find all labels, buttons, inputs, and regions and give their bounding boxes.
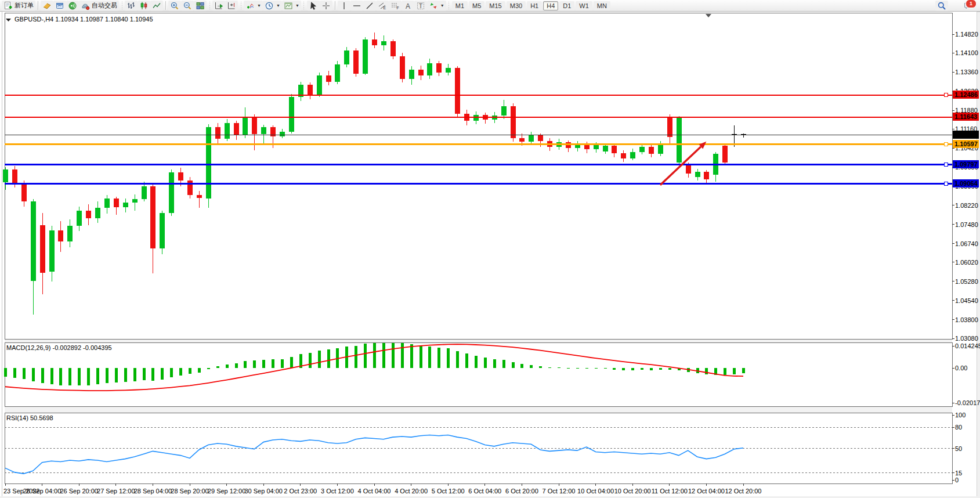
autotrading-icon: [81, 1, 90, 10]
fibonacci-button[interactable]: F: [389, 1, 402, 11]
toolbar-grip: [121, 2, 123, 10]
svg-text:4 Oct 20:00: 4 Oct 20:00: [395, 488, 428, 495]
autotrading-label: 自动交易: [92, 1, 117, 10]
timeframe-D1[interactable]: D1: [559, 1, 574, 10]
tile-windows-icon: [196, 1, 205, 10]
arrows-button[interactable]: ▼: [427, 1, 446, 11]
notification-badge: 1: [965, 0, 977, 8]
svg-text:1.03800: 1.03800: [955, 316, 978, 323]
indicators-button[interactable]: ▼: [244, 1, 263, 11]
periods-clock-icon: [265, 1, 274, 10]
svg-text:1.13360: 1.13360: [955, 68, 978, 75]
zoom-out-button[interactable]: [181, 1, 194, 11]
svg-text:28 Sep 04:00: 28 Sep 04:00: [134, 488, 172, 495]
dropdown-caret: ▼: [276, 3, 280, 8]
text-label-button[interactable]: T: [414, 1, 427, 11]
charts-button[interactable]: [41, 1, 53, 11]
svg-text:0: 0: [955, 477, 959, 483]
svg-text:T: T: [419, 2, 423, 9]
timeframe-H1[interactable]: H1: [527, 1, 542, 10]
templates-icon: [284, 1, 293, 10]
profile-icon: [55, 1, 64, 10]
candlestick-chart-icon: [139, 1, 149, 10]
trendline-icon: [365, 1, 374, 10]
candlestick-chart-button[interactable]: [138, 1, 150, 11]
timeframe-MN[interactable]: MN: [594, 1, 610, 10]
toolbar-grip: [303, 2, 305, 10]
equidistant-channel-button[interactable]: E: [376, 1, 389, 11]
horizontal-line-button[interactable]: [350, 1, 363, 11]
line-chart-button[interactable]: [150, 1, 163, 11]
toolbar-grip: [208, 2, 211, 10]
svg-text:0.014245: 0.014245: [955, 342, 980, 349]
svg-text:27 Sep 12:00: 27 Sep 12:00: [97, 488, 135, 495]
new-order-label: 新订单: [15, 1, 34, 10]
new-order-button[interactable]: 新订单: [2, 1, 35, 11]
chart-title: GBPUSD-,H4 1.10934 1.10987 1.10840 1.109…: [6, 16, 153, 23]
timeframe-M1[interactable]: M1: [452, 1, 468, 10]
horizontal-line-icon: [352, 1, 361, 10]
notifications-button[interactable]: 1: [963, 1, 972, 10]
svg-text:1.11643: 1.11643: [954, 113, 977, 120]
auto-scroll-icon: [214, 1, 223, 10]
svg-text:1.06740: 1.06740: [955, 240, 978, 247]
chart-shift-button[interactable]: [225, 1, 238, 11]
svg-text:1.08220: 1.08220: [955, 202, 978, 209]
arrows-icon: [429, 1, 438, 10]
timeframe-M5[interactable]: M5: [469, 1, 484, 10]
signals-icon: [68, 1, 77, 10]
svg-text:1.10597: 1.10597: [954, 140, 978, 147]
timeframe-W1[interactable]: W1: [576, 1, 592, 10]
svg-text:1.12486: 1.12486: [954, 91, 978, 98]
svg-text:2 Oct 23:00: 2 Oct 23:00: [284, 488, 317, 495]
charts-icon: [42, 1, 52, 10]
svg-text:26 Sep 20:00: 26 Sep 20:00: [60, 488, 97, 495]
svg-text:30 Sep 04:00: 30 Sep 04:00: [244, 488, 282, 495]
text-button[interactable]: A: [402, 1, 414, 11]
search-button[interactable]: [935, 1, 948, 11]
toolbar-grip: [448, 2, 450, 10]
svg-text:1.06020: 1.06020: [955, 259, 978, 266]
svg-text:5 Oct 12:00: 5 Oct 12:00: [432, 488, 465, 495]
dropdown-caret: ▼: [295, 3, 299, 8]
templates-button[interactable]: ▼: [282, 1, 301, 11]
timeframe-M15[interactable]: M15: [486, 1, 505, 10]
trendline-button[interactable]: [363, 1, 376, 11]
zoom-in-icon: [170, 1, 179, 10]
svg-text:1.03080: 1.03080: [955, 335, 978, 342]
rsi-label: RSI(14) 50.5698: [6, 414, 53, 421]
svg-text:6 Oct 04:00: 6 Oct 04:00: [468, 488, 501, 495]
text-label-icon: T: [416, 1, 425, 10]
svg-text:A: A: [406, 2, 410, 10]
chart-canvas[interactable]: 1.148201.141001.133601.126201.118801.111…: [0, 12, 980, 498]
cursor-icon: [309, 1, 318, 10]
timeframe-H4[interactable]: H4: [543, 1, 558, 10]
zoom-in-button[interactable]: [168, 1, 181, 11]
periods-button[interactable]: ▼: [263, 1, 282, 11]
svg-text:10 Oct 04:00: 10 Oct 04:00: [577, 488, 614, 495]
svg-text:80: 80: [955, 424, 962, 431]
fibonacci-icon: F: [390, 1, 400, 10]
svg-text:100: 100: [955, 412, 965, 418]
crosshair-button[interactable]: [320, 1, 332, 11]
cursor-button[interactable]: [307, 1, 320, 11]
profile-button[interactable]: [53, 1, 66, 11]
dropdown-caret: ▼: [257, 3, 261, 8]
timeframe-M30[interactable]: M30: [507, 1, 526, 10]
vertical-line-icon: [339, 1, 349, 10]
svg-text:-0.020171: -0.020171: [955, 399, 980, 406]
autotrading-button[interactable]: 自动交易: [79, 1, 119, 11]
svg-text:15: 15: [955, 470, 962, 477]
svg-text:10 Oct 20:00: 10 Oct 20:00: [614, 488, 651, 495]
svg-text:1.09797: 1.09797: [954, 161, 978, 168]
tile-windows-button[interactable]: [194, 1, 207, 11]
zoom-out-icon: [183, 1, 192, 10]
bar-chart-button[interactable]: [125, 1, 138, 11]
signals-button[interactable]: [66, 1, 79, 11]
svg-text:1.04540: 1.04540: [955, 297, 978, 304]
chart-title-text: GBPUSD-,H4 1.10934 1.10987 1.10840 1.109…: [15, 16, 153, 23]
vertical-line-button[interactable]: [338, 1, 350, 11]
toolbar-separator: [165, 1, 166, 10]
new-order-icon: [3, 1, 13, 10]
auto-scroll-button[interactable]: [212, 1, 225, 11]
